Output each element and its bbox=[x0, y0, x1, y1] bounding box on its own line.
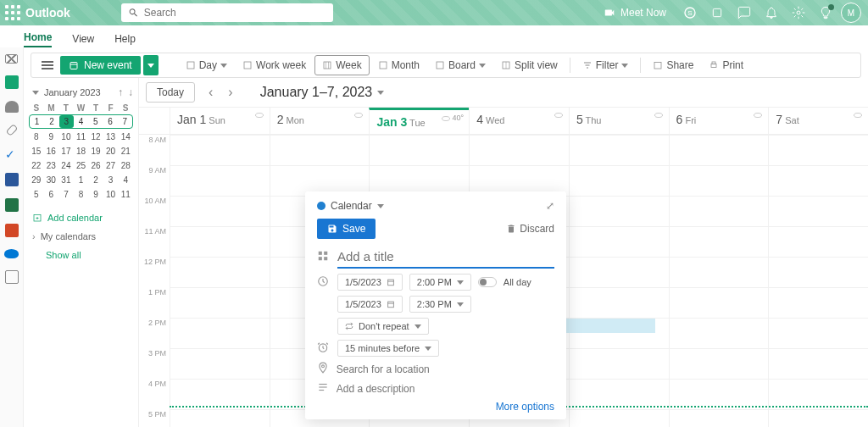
calendar-selector[interactable]: Calendar bbox=[331, 200, 372, 212]
mini-day[interactable]: 11 bbox=[118, 188, 133, 201]
share-button[interactable]: Share bbox=[646, 56, 700, 75]
mini-day[interactable]: 12 bbox=[88, 130, 103, 143]
day-column[interactable] bbox=[669, 135, 769, 427]
mini-day[interactable]: 5 bbox=[88, 115, 103, 128]
my-calendars-link[interactable]: ›My calendars bbox=[32, 231, 133, 241]
day-header[interactable]: Jan 3 Tue40° bbox=[369, 108, 469, 134]
expand-icon[interactable]: ⤢ bbox=[546, 200, 554, 212]
view-day[interactable]: Day bbox=[179, 56, 234, 75]
print-button[interactable]: Print bbox=[702, 56, 750, 75]
next-week[interactable]: › bbox=[223, 83, 237, 102]
mini-day[interactable]: 24 bbox=[58, 159, 74, 172]
mini-day[interactable]: 3 bbox=[59, 115, 74, 128]
notifications-icon[interactable] bbox=[760, 2, 783, 24]
prev-week[interactable]: ‹ bbox=[203, 83, 218, 102]
start-date-input[interactable]: 1/5/2023 bbox=[337, 274, 403, 291]
mini-day[interactable]: 18 bbox=[74, 145, 89, 158]
tips-icon[interactable] bbox=[814, 2, 837, 24]
day-header[interactable]: 4 Wed bbox=[469, 108, 569, 134]
show-all-link[interactable]: Show all bbox=[46, 250, 133, 260]
mini-day[interactable]: 17 bbox=[58, 145, 74, 158]
day-header[interactable]: Jan 1 Sun bbox=[170, 108, 270, 134]
powerpoint-icon[interactable] bbox=[5, 224, 19, 237]
start-time-input[interactable]: 2:00 PM bbox=[409, 274, 471, 291]
mini-day[interactable]: 1 bbox=[74, 174, 89, 186]
mini-day[interactable]: 5 bbox=[29, 188, 44, 201]
mini-day[interactable]: 6 bbox=[44, 188, 59, 201]
mini-next-month[interactable]: ↓ bbox=[128, 86, 133, 98]
mini-day[interactable]: 31 bbox=[58, 174, 74, 186]
mini-day[interactable]: 2 bbox=[88, 174, 103, 186]
hamburger-menu[interactable] bbox=[36, 56, 58, 75]
teams-icon[interactable] bbox=[705, 2, 729, 24]
view-split[interactable]: Split view bbox=[494, 56, 565, 75]
mini-day[interactable]: 8 bbox=[74, 188, 89, 201]
new-event-button[interactable]: New event bbox=[60, 56, 141, 75]
mini-day[interactable]: 20 bbox=[103, 145, 119, 158]
filter-button[interactable]: Filter bbox=[576, 56, 636, 75]
mini-day[interactable]: 6 bbox=[103, 115, 117, 128]
app-launcher[interactable] bbox=[5, 5, 20, 20]
view-workweek[interactable]: Work week bbox=[236, 56, 313, 75]
day-header[interactable]: 2 Mon bbox=[270, 108, 370, 134]
mini-day[interactable]: 7 bbox=[118, 115, 132, 128]
chat-icon[interactable] bbox=[732, 2, 756, 24]
mini-day[interactable]: 21 bbox=[118, 145, 133, 158]
mini-day[interactable]: 9 bbox=[44, 130, 59, 143]
view-board[interactable]: Board bbox=[428, 56, 492, 75]
excel-icon[interactable] bbox=[5, 198, 19, 212]
view-week[interactable]: Week bbox=[314, 55, 369, 75]
day-column[interactable] bbox=[170, 135, 270, 427]
mini-day[interactable]: 29 bbox=[29, 174, 44, 186]
word-icon[interactable] bbox=[5, 173, 19, 186]
mini-day[interactable]: 4 bbox=[74, 115, 88, 128]
mini-day[interactable]: 14 bbox=[118, 130, 133, 143]
tab-home[interactable]: Home bbox=[24, 31, 52, 47]
end-date-input[interactable]: 1/5/2023 bbox=[337, 296, 403, 313]
add-calendar-link[interactable]: Add calendar bbox=[32, 213, 133, 223]
mini-day[interactable]: 26 bbox=[88, 159, 103, 172]
mini-day[interactable]: 11 bbox=[74, 130, 89, 143]
description-input[interactable] bbox=[337, 383, 554, 395]
discard-button[interactable]: Discard bbox=[506, 223, 554, 235]
mini-day[interactable]: 23 bbox=[44, 159, 59, 172]
mini-day[interactable]: 13 bbox=[103, 130, 119, 143]
mini-day[interactable]: 22 bbox=[29, 159, 44, 172]
new-event-dropdown[interactable] bbox=[143, 55, 159, 75]
day-header[interactable]: 5 Thu bbox=[569, 108, 669, 134]
calendar-icon[interactable] bbox=[5, 75, 19, 89]
attach-icon[interactable] bbox=[5, 124, 18, 136]
mail-icon[interactable] bbox=[5, 54, 18, 64]
calendar-caret-icon[interactable] bbox=[377, 204, 384, 208]
month-collapse-icon[interactable] bbox=[32, 91, 39, 95]
mini-day[interactable]: 28 bbox=[118, 159, 133, 172]
tab-view[interactable]: View bbox=[72, 33, 94, 47]
mini-day[interactable]: 19 bbox=[88, 145, 103, 158]
event-slot[interactable] bbox=[559, 319, 655, 333]
mini-day[interactable]: 4 bbox=[118, 174, 133, 186]
tab-help[interactable]: Help bbox=[114, 33, 136, 47]
allday-toggle[interactable] bbox=[478, 277, 497, 287]
mini-day[interactable]: 16 bbox=[44, 145, 59, 158]
mini-day[interactable]: 10 bbox=[58, 130, 74, 143]
day-header[interactable]: 7 Sat bbox=[768, 108, 868, 134]
mini-day[interactable]: 10 bbox=[103, 188, 119, 201]
skype-icon[interactable]: S bbox=[678, 2, 702, 24]
location-input[interactable] bbox=[337, 363, 554, 375]
settings-icon[interactable] bbox=[787, 2, 810, 24]
date-range-title[interactable]: January 1–7, 2023 bbox=[260, 85, 385, 100]
avatar[interactable]: M bbox=[841, 3, 861, 23]
day-header[interactable]: 6 Fri bbox=[669, 108, 769, 134]
onedrive-icon[interactable] bbox=[4, 249, 19, 258]
meet-now-button[interactable]: Meet Now bbox=[595, 3, 675, 22]
mini-day[interactable]: 25 bbox=[74, 159, 89, 172]
repeat-select[interactable]: Don't repeat bbox=[337, 318, 429, 335]
search-box[interactable] bbox=[121, 3, 333, 22]
mini-day[interactable]: 30 bbox=[44, 174, 59, 186]
mini-day[interactable]: 1 bbox=[30, 115, 44, 128]
more-options-link[interactable]: More options bbox=[317, 401, 554, 413]
search-input[interactable] bbox=[144, 7, 326, 19]
reminder-select[interactable]: 15 minutes before bbox=[337, 340, 439, 357]
mini-prev-month[interactable]: ↑ bbox=[118, 86, 123, 98]
mini-day[interactable]: 15 bbox=[29, 145, 44, 158]
